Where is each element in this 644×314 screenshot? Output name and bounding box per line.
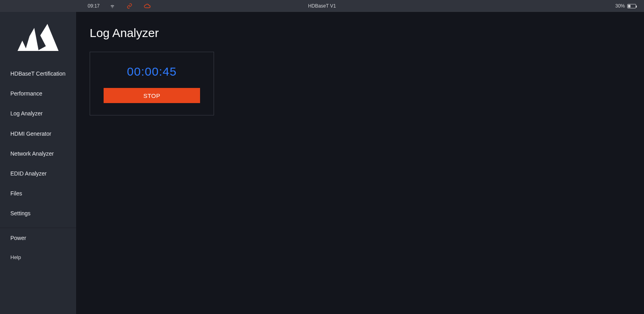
nav-secondary: Power Help bbox=[0, 228, 76, 267]
wifi-signal-icon bbox=[110, 3, 115, 9]
sidebar-item-label: Files bbox=[10, 190, 22, 197]
cloud-icon bbox=[144, 3, 151, 9]
nav-primary: HDBaseT Certification Performance Log An… bbox=[0, 64, 76, 224]
main-content: Log Analyzer 00:00:45 STOP bbox=[76, 12, 644, 314]
statusbar-title: HDBaseT V1 bbox=[308, 3, 336, 9]
sidebar-item-hdmi-generator[interactable]: HDMI Generator bbox=[0, 124, 76, 144]
sidebar-item-label: Help bbox=[10, 254, 21, 260]
sidebar-item-settings[interactable]: Settings bbox=[0, 203, 76, 223]
sidebar-item-edid-analyzer[interactable]: EDID Analyzer bbox=[0, 164, 76, 183]
link-icon bbox=[126, 3, 133, 9]
sidebar-item-label: HDMI Generator bbox=[10, 131, 51, 137]
sidebar-item-log-analyzer[interactable]: Log Analyzer bbox=[0, 103, 76, 123]
sidebar: HDBaseT Certification Performance Log An… bbox=[0, 12, 76, 314]
sidebar-item-label: Performance bbox=[10, 90, 42, 97]
sidebar-item-network-analyzer[interactable]: Network Analyzer bbox=[0, 144, 76, 164]
sidebar-item-label: Power bbox=[10, 235, 26, 241]
timer-value: 00:00:45 bbox=[127, 65, 177, 78]
sidebar-item-help[interactable]: Help bbox=[0, 248, 76, 267]
sidebar-item-power[interactable]: Power bbox=[0, 228, 76, 248]
status-icons bbox=[110, 3, 151, 9]
sidebar-item-performance[interactable]: Performance bbox=[0, 84, 76, 103]
stop-button[interactable]: STOP bbox=[104, 88, 200, 103]
sidebar-item-label: Log Analyzer bbox=[10, 110, 43, 117]
svg-marker-3 bbox=[37, 24, 59, 51]
brand-logo bbox=[0, 12, 76, 64]
sidebar-item-label: Settings bbox=[10, 210, 31, 216]
sidebar-item-hdbaset-certification[interactable]: HDBaseT Certification bbox=[0, 64, 76, 84]
timer-card: 00:00:45 STOP bbox=[90, 52, 214, 115]
status-bar: 09:17 HDBaseT V1 30% bbox=[0, 0, 644, 12]
svg-marker-2 bbox=[25, 28, 39, 51]
clock-time: 09:17 bbox=[88, 3, 100, 9]
page-title: Log Analyzer bbox=[90, 26, 630, 40]
sidebar-item-label: EDID Analyzer bbox=[10, 170, 47, 177]
battery-icon bbox=[627, 4, 636, 8]
battery-percent: 30% bbox=[615, 3, 625, 9]
sidebar-item-label: Network Analyzer bbox=[10, 150, 54, 157]
sidebar-item-files[interactable]: Files bbox=[0, 183, 76, 203]
battery-indicator: 30% bbox=[615, 3, 636, 9]
svg-point-0 bbox=[112, 7, 112, 8]
sidebar-item-label: HDBaseT Certification bbox=[10, 70, 65, 77]
